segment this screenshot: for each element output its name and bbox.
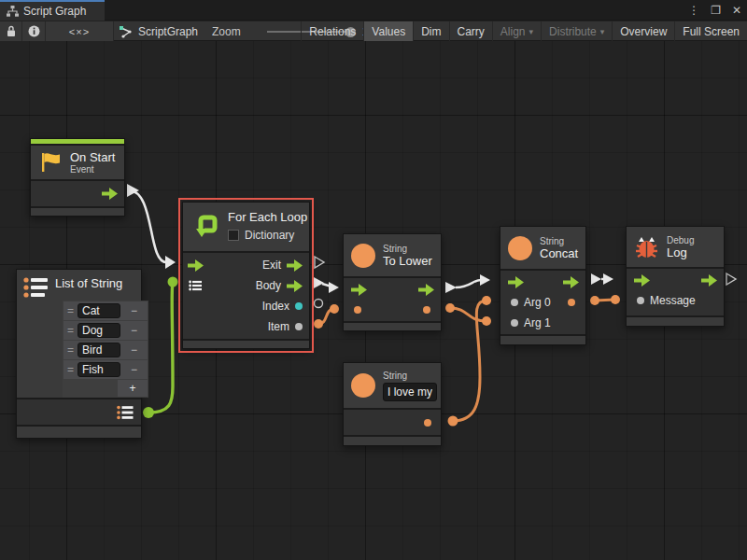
tab-script-graph[interactable]: Script Graph bbox=[0, 0, 105, 21]
list-icon bbox=[23, 276, 49, 299]
breadcrumb[interactable]: ScriptGraph bbox=[119, 21, 198, 41]
flow-out-port[interactable] bbox=[418, 284, 434, 296]
info-button[interactable] bbox=[22, 21, 46, 41]
arg1-in-port[interactable] bbox=[511, 319, 518, 327]
distribute-button[interactable]: Distribute▾ bbox=[541, 21, 612, 41]
close-icon[interactable]: ✕ bbox=[732, 4, 741, 17]
wire-dot bbox=[482, 296, 491, 305]
arg0-in-port[interactable] bbox=[511, 299, 518, 306]
zoom-label: Zoom bbox=[212, 25, 241, 38]
node-category: String bbox=[540, 236, 578, 246]
maximize-icon[interactable]: ❐ bbox=[711, 4, 721, 17]
message-in-port[interactable] bbox=[637, 297, 644, 304]
node-to-lower[interactable]: String To Lower bbox=[343, 233, 442, 331]
exit-out-port[interactable] bbox=[287, 259, 303, 272]
values-button[interactable]: Values bbox=[363, 21, 413, 41]
list-in-port[interactable] bbox=[189, 280, 202, 291]
flow-out-port[interactable] bbox=[701, 274, 717, 287]
add-item-button[interactable]: + bbox=[118, 380, 148, 397]
wire-literal-to-arg0[interactable] bbox=[453, 301, 486, 421]
flag-icon bbox=[38, 150, 63, 175]
remove-item-button[interactable]: − bbox=[120, 304, 148, 317]
wire-tolower-to-concat[interactable] bbox=[456, 280, 481, 287]
node-body bbox=[17, 399, 141, 425]
node-concat[interactable]: String Concat Arg 0 Arg 1 bbox=[500, 226, 586, 345]
dictionary-checkbox[interactable] bbox=[228, 230, 239, 241]
wire-tolower-to-arg1[interactable] bbox=[450, 308, 486, 321]
node-title: Log bbox=[667, 245, 694, 259]
wire-onstart-to-foreach[interactable] bbox=[129, 190, 166, 262]
list-item-field[interactable] bbox=[78, 323, 120, 338]
fullscreen-button[interactable]: Full Screen bbox=[674, 21, 747, 41]
port-label-message: Message bbox=[650, 294, 696, 307]
value-in-port[interactable] bbox=[354, 306, 361, 314]
unconnected-log-exit-port[interactable] bbox=[726, 273, 736, 285]
item-out-port[interactable] bbox=[295, 323, 303, 330]
node-category: String bbox=[383, 371, 437, 381]
wire-list-to-foreach[interactable] bbox=[148, 283, 173, 413]
index-out-port[interactable] bbox=[295, 302, 303, 310]
flow-out-port[interactable] bbox=[563, 276, 579, 288]
flow-out-port[interactable] bbox=[102, 188, 118, 200]
drag-handle[interactable]: = bbox=[63, 324, 78, 337]
string-value-field[interactable] bbox=[383, 383, 437, 401]
unconnected-exit-port[interactable] bbox=[315, 257, 324, 268]
node-category: String bbox=[383, 244, 432, 254]
node-on-start[interactable]: On Start Event bbox=[30, 138, 125, 217]
wire-dot bbox=[445, 303, 455, 313]
isolate-button[interactable]: <×> bbox=[46, 21, 114, 41]
node-subtitle: Event bbox=[70, 164, 115, 175]
remove-item-button[interactable]: − bbox=[120, 324, 148, 337]
drag-handle[interactable]: = bbox=[63, 363, 78, 376]
node-footer bbox=[31, 208, 124, 216]
list-item-field[interactable] bbox=[78, 343, 120, 357]
list-out-port[interactable] bbox=[117, 405, 134, 420]
node-debug-log[interactable]: Debug Log Message bbox=[626, 226, 725, 327]
drag-handle[interactable]: = bbox=[63, 343, 78, 357]
lock-button[interactable] bbox=[0, 21, 22, 41]
chevron-down-icon: ▾ bbox=[600, 27, 605, 36]
remove-item-button[interactable]: − bbox=[120, 343, 148, 357]
unconnected-index-port[interactable] bbox=[315, 300, 323, 308]
node-header: Debug Log bbox=[627, 227, 724, 267]
flow-in-port[interactable] bbox=[351, 284, 367, 296]
node-list-of-string[interactable]: List of String = − = − = bbox=[16, 269, 142, 439]
carry-button[interactable]: Carry bbox=[449, 21, 492, 41]
value-out-port[interactable] bbox=[424, 419, 431, 427]
graph-icon bbox=[7, 6, 19, 17]
node-string-literal[interactable]: String bbox=[343, 362, 442, 446]
wire-dot bbox=[448, 416, 458, 427]
list-inspector: = − = − = − = bbox=[63, 301, 148, 398]
body-out-port[interactable] bbox=[287, 280, 303, 292]
result-out-port[interactable] bbox=[568, 299, 575, 306]
node-header: String To Lower bbox=[344, 234, 441, 276]
code-icon: <×> bbox=[69, 26, 90, 37]
wire-arrow-out bbox=[591, 273, 601, 285]
value-out-port[interactable] bbox=[423, 306, 430, 314]
scriptgraph-icon bbox=[119, 25, 133, 38]
window-menu-icon[interactable]: ⋮ bbox=[688, 4, 699, 17]
align-button[interactable]: Align▾ bbox=[492, 21, 541, 41]
drag-handle[interactable]: = bbox=[63, 304, 78, 317]
remove-item-button[interactable]: − bbox=[120, 363, 148, 376]
wire-arrow-in bbox=[329, 282, 339, 293]
overview-button[interactable]: Overview bbox=[612, 21, 674, 41]
flow-in-port[interactable] bbox=[188, 259, 204, 272]
relations-button[interactable]: Relations bbox=[301, 21, 363, 41]
wire-arrow-out bbox=[445, 282, 457, 293]
node-title: List of String bbox=[55, 276, 122, 290]
wire-dot bbox=[143, 407, 154, 418]
loop-icon bbox=[192, 211, 222, 241]
wire-arrow-in bbox=[603, 273, 613, 285]
node-header: String bbox=[344, 363, 441, 408]
node-for-each-loop[interactable]: For Each Loop Dictionary Exit bbox=[182, 202, 310, 349]
list-item-field[interactable] bbox=[78, 303, 120, 318]
node-footer bbox=[344, 323, 441, 330]
flow-in-port[interactable] bbox=[508, 276, 524, 288]
node-body: Exit Body bbox=[183, 253, 309, 339]
flow-in-port[interactable] bbox=[634, 274, 650, 287]
list-item-field[interactable] bbox=[78, 362, 120, 377]
wire-dot bbox=[314, 319, 323, 329]
graph-canvas[interactable]: On Start Event bbox=[0, 41, 747, 560]
dim-button[interactable]: Dim bbox=[413, 21, 448, 41]
